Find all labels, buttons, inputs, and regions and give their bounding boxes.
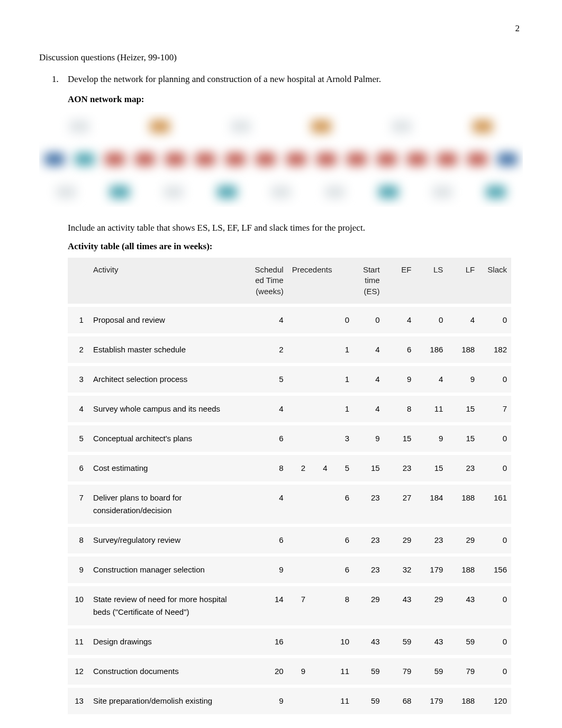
cell-prec-0 [288, 685, 310, 714]
cell-es: 4 [353, 363, 384, 393]
cell-ls: 9 [415, 422, 447, 452]
cell-slack: 0 [479, 524, 511, 553]
cell-slack: 0 [479, 655, 511, 685]
table-row: 7Deliver plans to board for consideratio… [68, 481, 511, 524]
cell-lf: 29 [447, 524, 479, 553]
col-id [68, 258, 89, 304]
cell-slack: 0 [479, 452, 511, 481]
cell-es: 43 [353, 625, 384, 655]
cell-prec-0 [288, 553, 310, 583]
cell-es: 59 [353, 685, 384, 714]
cell-prec-0 [288, 524, 310, 553]
cell-prec-1 [310, 583, 331, 625]
col-ef: EF [384, 258, 416, 304]
cell-activity: Survey/regulatory review [89, 524, 245, 553]
table-row: 13Site preparation/demolish existing9115… [68, 685, 511, 714]
cell-ls: 179 [415, 553, 447, 583]
cell-ef: 79 [384, 655, 416, 685]
table-row: 6Cost estimating8245152315230 [68, 452, 511, 481]
cell-activity: State review of need for more hospital b… [89, 583, 245, 625]
cell-prec-0 [288, 393, 310, 422]
cell-ls: 184 [415, 481, 447, 524]
cell-activity: Establish master schedule [89, 333, 245, 363]
cell-sched: 2 [245, 333, 288, 363]
cell-lf: 9 [447, 363, 479, 393]
cell-id: 6 [68, 452, 89, 481]
cell-ef: 23 [384, 452, 416, 481]
cell-prec-2: 11 [332, 655, 353, 685]
cell-sched: 4 [245, 393, 288, 422]
table-row: 12Construction documents20911597959790 [68, 655, 511, 685]
cell-prec-0 [288, 422, 310, 452]
cell-lf: 188 [447, 333, 479, 363]
table-row: 3Architect selection process5149490 [68, 363, 511, 393]
cell-sched: 6 [245, 524, 288, 553]
cell-prec-2: 10 [332, 625, 353, 655]
cell-ls: 11 [415, 393, 447, 422]
cell-activity: Cost estimating [89, 452, 245, 481]
cell-ls: 29 [415, 583, 447, 625]
cell-slack: 182 [479, 333, 511, 363]
include-sentence: Include an activity table that shows ES,… [68, 221, 523, 235]
cell-prec-2: 1 [332, 333, 353, 363]
cell-es: 9 [353, 422, 384, 452]
col-prec: Precedents [288, 258, 353, 304]
cell-ef: 27 [384, 481, 416, 524]
cell-sched: 8 [245, 452, 288, 481]
cell-id: 9 [68, 553, 89, 583]
cell-slack: 156 [479, 553, 511, 583]
cell-es: 4 [353, 333, 384, 363]
cell-lf: 15 [447, 422, 479, 452]
col-sched: Scheduled Time(weeks) [245, 258, 288, 304]
cell-es: 29 [353, 583, 384, 625]
cell-prec-2: 3 [332, 422, 353, 452]
cell-id: 10 [68, 583, 89, 625]
table-row: 1Proposal and review4004040 [68, 304, 511, 333]
discussion-heading: Discussion questions (Heizer, 99-100) [39, 50, 523, 65]
cell-slack: 0 [479, 363, 511, 393]
cell-activity: Survey whole campus and its needs [89, 393, 245, 422]
cell-id: 5 [68, 422, 89, 452]
cell-ls: 43 [415, 625, 447, 655]
col-slack: Slack [479, 258, 511, 304]
cell-prec-2: 1 [332, 363, 353, 393]
cell-sched: 4 [245, 481, 288, 524]
cell-prec-2: 1 [332, 393, 353, 422]
cell-prec-1: 4 [310, 452, 331, 481]
activity-table: Activity Scheduled Time(weeks) Precedent… [68, 258, 511, 714]
cell-lf: 188 [447, 685, 479, 714]
cell-prec-0: 7 [288, 583, 310, 625]
cell-slack: 0 [479, 304, 511, 333]
cell-prec-0 [288, 625, 310, 655]
cell-prec-1 [310, 655, 331, 685]
cell-es: 0 [353, 304, 384, 333]
cell-activity: Conceptual architect's plans [89, 422, 245, 452]
cell-activity: Architect selection process [89, 363, 245, 393]
cell-ls: 23 [415, 524, 447, 553]
cell-sched: 5 [245, 363, 288, 393]
question-text: Develop the network for planning and con… [68, 74, 381, 84]
cell-prec-2: 6 [332, 481, 353, 524]
cell-prec-1 [310, 363, 331, 393]
list-number: 1. [52, 72, 59, 86]
table-row: 8Survey/regulatory review66232923290 [68, 524, 511, 553]
cell-slack: 0 [479, 422, 511, 452]
cell-es: 23 [353, 524, 384, 553]
cell-lf: 23 [447, 452, 479, 481]
cell-prec-1 [310, 422, 331, 452]
cell-ef: 6 [384, 333, 416, 363]
cell-prec-2: 8 [332, 583, 353, 625]
cell-ef: 29 [384, 524, 416, 553]
cell-prec-0 [288, 481, 310, 524]
cell-activity: Site preparation/demolish existing [89, 685, 245, 714]
table-body: 1Proposal and review40040402Establish ma… [68, 304, 511, 714]
cell-prec-0 [288, 363, 310, 393]
cell-slack: 0 [479, 625, 511, 655]
cell-activity: Proposal and review [89, 304, 245, 333]
cell-lf: 79 [447, 655, 479, 685]
cell-activity: Construction manager selection [89, 553, 245, 583]
table-row: 11Design drawings1610435943590 [68, 625, 511, 655]
cell-ls: 186 [415, 333, 447, 363]
cell-lf: 59 [447, 625, 479, 655]
cell-prec-1 [310, 333, 331, 363]
